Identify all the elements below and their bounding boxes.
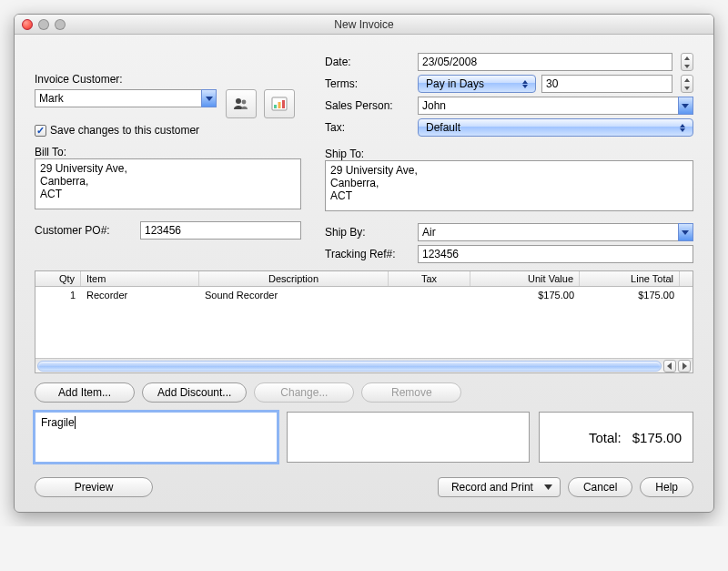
svg-point-1 — [242, 100, 247, 105]
total-value: $175.00 — [632, 430, 682, 445]
save-changes-checkbox[interactable] — [35, 125, 46, 137]
sales-person-combo[interactable] — [418, 97, 693, 115]
table-header: Qty Item Description Tax Unit Value Line… — [35, 271, 693, 287]
cancel-button[interactable]: Cancel — [568, 477, 632, 497]
cell-description[interactable]: Sound Recorder — [199, 287, 389, 303]
terms-days-stepper[interactable] — [681, 75, 693, 93]
invoice-window: New Invoice Invoice Customer: — [14, 14, 714, 513]
ship-by-input[interactable] — [418, 223, 679, 241]
customer-input[interactable] — [35, 89, 202, 107]
tax-value: Default — [426, 121, 460, 134]
notes-left-textarea[interactable]: Fragile​ — [35, 412, 278, 463]
svg-rect-5 — [282, 100, 285, 108]
svg-point-0 — [236, 98, 241, 104]
terms-value: Pay in Days — [426, 77, 484, 90]
cell-item[interactable]: Recorder — [81, 287, 199, 303]
col-tax[interactable]: Tax — [389, 271, 470, 286]
svg-rect-4 — [278, 102, 281, 108]
terms-label: Terms: — [325, 77, 412, 90]
table-body[interactable]: 1 Recorder Sound Recorder $175.00 $175.0… — [35, 287, 693, 358]
date-input[interactable] — [418, 53, 672, 71]
horizontal-scrollbar[interactable] — [35, 358, 693, 372]
add-item-button[interactable]: Add Item... — [35, 382, 135, 403]
ship-by-label: Ship By: — [325, 226, 412, 239]
help-button[interactable]: Help — [640, 477, 693, 497]
bill-to-label: Bill To: — [35, 146, 301, 158]
sales-person-input[interactable] — [418, 97, 679, 115]
col-qty[interactable]: Qty — [35, 271, 81, 286]
remove-button[interactable]: Remove — [361, 382, 461, 403]
col-scroll-gutter — [680, 271, 693, 286]
tracking-label: Tracking Ref#: — [325, 248, 412, 260]
change-button[interactable]: Change... — [254, 382, 354, 403]
record-and-print-menu[interactable]: Record and Print — [438, 477, 561, 497]
scrollbar-thumb[interactable] — [37, 361, 662, 372]
ship-to-textarea[interactable]: 29 University Ave, Canberra, ACT — [325, 160, 693, 211]
customer-report-button[interactable] — [264, 89, 295, 118]
svg-rect-3 — [274, 105, 277, 108]
notes-left-text: Fragile — [41, 416, 75, 429]
customer-po-label: Customer PO#: — [35, 224, 135, 237]
preview-button[interactable]: Preview — [35, 477, 153, 497]
window-title: New Invoice — [15, 18, 713, 31]
bill-to-textarea[interactable]: 29 University Ave, Canberra, ACT — [35, 158, 301, 209]
sales-person-label: Sales Person: — [325, 99, 412, 112]
cell-line-total[interactable]: $175.00 — [580, 287, 680, 303]
titlebar: New Invoice — [15, 15, 713, 35]
terms-select[interactable]: Pay in Days — [418, 75, 536, 93]
col-line-total[interactable]: Line Total — [580, 271, 680, 286]
notes-right-textarea[interactable] — [287, 412, 530, 463]
col-description[interactable]: Description — [199, 271, 389, 286]
ship-by-combo[interactable] — [418, 223, 693, 241]
invoice-customer-label: Invoice Customer: — [35, 73, 301, 86]
line-items-table: Qty Item Description Tax Unit Value Line… — [35, 270, 693, 373]
tax-label: Tax: — [325, 121, 412, 134]
scroll-right-button[interactable] — [678, 360, 691, 372]
add-discount-button[interactable]: Add Discount... — [142, 382, 247, 403]
cell-unit-value[interactable]: $175.00 — [470, 287, 580, 303]
ship-to-label: Ship To: — [325, 148, 693, 160]
total-label: Total: — [589, 430, 622, 445]
date-stepper[interactable] — [681, 53, 693, 71]
customer-combo[interactable] — [35, 89, 217, 107]
customer-contacts-button[interactable] — [226, 89, 257, 118]
total-box: Total: $175.00 — [539, 412, 693, 463]
tax-select[interactable]: Default — [418, 118, 693, 137]
chevron-down-icon — [544, 484, 552, 490]
tracking-input[interactable] — [418, 245, 693, 263]
terms-days-input[interactable] — [541, 75, 672, 93]
ship-by-dropdown-button[interactable] — [678, 223, 693, 241]
customer-dropdown-button[interactable] — [201, 89, 217, 107]
cell-tax[interactable] — [389, 287, 470, 303]
col-item[interactable]: Item — [81, 271, 199, 286]
sales-person-dropdown-button[interactable] — [678, 97, 693, 115]
customer-po-input[interactable] — [140, 221, 301, 240]
people-icon — [233, 97, 249, 110]
record-and-print-label: Record and Print — [451, 481, 533, 494]
chart-icon — [271, 97, 288, 111]
scroll-left-button[interactable] — [663, 360, 676, 372]
cell-qty[interactable]: 1 — [35, 287, 81, 303]
save-changes-label: Save changes to this customer — [50, 124, 199, 137]
date-label: Date: — [325, 56, 412, 68]
col-unit-value[interactable]: Unit Value — [470, 271, 580, 286]
